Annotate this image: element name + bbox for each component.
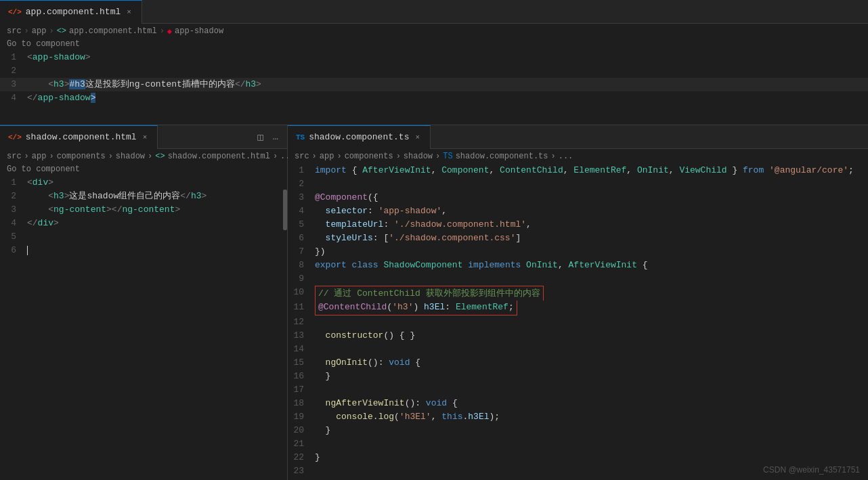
right-line-10: 10 // 通过 ContentChild 获取外部投影到组件中的内容 <box>288 286 868 301</box>
right-line-15: 15 ngOnInit(): void { <box>288 356 868 370</box>
tab-app-component-html[interactable]: </> app.component.html × <box>0 0 142 24</box>
split-editor-button[interactable]: ◫ <box>254 130 266 144</box>
right-line-11: 11 @ContentChild('h3') h3El: ElementRef; <box>288 301 868 315</box>
right-line-4: 4 selector: 'app-shadow', <box>288 204 868 218</box>
html-icon-left: </> <box>8 133 22 141</box>
panel-actions: ◫ … <box>254 130 287 144</box>
right-line-6: 6 styleUrls: ['./shadow.component.css'] <box>288 232 868 245</box>
tab-label-right: shadow.component.ts <box>309 132 409 142</box>
right-line-20: 20 } <box>288 424 868 437</box>
watermark: CSDN @weixin_43571751 <box>763 465 860 475</box>
right-line-3: 3 @Component({ <box>288 191 868 204</box>
right-line-17: 17 <box>288 383 868 397</box>
right-line-18: 18 ngAfterViewInit(): void { <box>288 397 868 410</box>
breadcrumb-src: src <box>7 26 22 36</box>
left-tab-bar: </> shadow.component.html × ◫ … <box>0 125 287 149</box>
html-icon: </> <box>8 8 22 16</box>
right-line-14: 14 <box>288 343 868 356</box>
right-line-22: 22 } <box>288 451 868 464</box>
breadcrumb-tag-icon: <> <box>57 26 66 36</box>
left-line-3: 3 <ng-content></ng-content> <box>0 203 287 217</box>
tab-label-left: shadow.component.html <box>26 132 137 142</box>
tab-label: app.component.html <box>26 7 121 17</box>
left-code-area[interactable]: 1 <div> 2 <h3>这是shadow组件自己的内容</h3> 3 <ng… <box>0 176 287 480</box>
right-line-1: 1 import { AfterViewInit, Component, Con… <box>288 164 868 177</box>
top-breadcrumb: src › app › <> app.component.html › ◆ ap… <box>0 24 868 39</box>
code-line-3: 3 <h3>#h3这是投影到ng-content插槽中的内容</h3> <box>0 78 868 91</box>
tab-close-left[interactable]: × <box>141 133 150 142</box>
top-panel: </> app.component.html × src › app › <> … <box>0 0 868 125</box>
right-line-21: 21 <box>288 437 868 451</box>
right-line-16: 16 } <box>288 370 868 383</box>
left-line-1: 1 <div> <box>0 176 287 190</box>
right-line-2: 2 <box>288 177 868 191</box>
breadcrumb-file: app.component.html <box>69 26 157 36</box>
breadcrumb-angular-icon: ◆ <box>167 26 172 37</box>
more-actions-button[interactable]: … <box>269 130 282 144</box>
ts-icon-right: TS <box>296 133 305 141</box>
right-line-8: 8 export class ShadowComponent implement… <box>288 259 868 272</box>
tab-shadow-ts[interactable]: TS shadow.component.ts × <box>288 125 431 149</box>
left-go-to-component[interactable]: Go to component <box>0 164 287 176</box>
tab-shadow-html[interactable]: </> shadow.component.html × <box>0 125 158 149</box>
right-line-12: 12 <box>288 315 868 329</box>
left-line-5: 5 <box>0 230 287 244</box>
right-tab-bar: TS shadow.component.ts × <box>288 125 868 149</box>
right-line-7: 7 }) <box>288 245 868 259</box>
right-code-area[interactable]: 1 import { AfterViewInit, Component, Con… <box>288 164 868 480</box>
top-tab-bar: </> app.component.html × <box>0 0 868 24</box>
right-line-5: 5 templateUrl: './shadow.component.html'… <box>288 218 868 232</box>
tab-close-right[interactable]: × <box>413 133 422 142</box>
code-line-1: 1 <app-shadow> <box>0 51 868 64</box>
breadcrumb-component: app-shadow <box>175 26 223 36</box>
left-line-6: 6 <box>0 244 287 257</box>
left-scrollbar[interactable] <box>283 190 287 230</box>
right-line-19: 19 console.log('h3El', this.h3El); <box>288 410 868 424</box>
top-code-area: 1 <app-shadow> 2 3 <h3>#h3这是投影到ng-conten… <box>0 51 868 125</box>
right-panel: TS shadow.component.ts × src › app › com… <box>288 125 868 480</box>
bottom-section: </> shadow.component.html × ◫ … src › ap… <box>0 125 868 480</box>
go-to-component-link[interactable]: Go to component <box>0 39 868 51</box>
left-breadcrumb: src › app › components › shadow › <> sha… <box>0 149 287 164</box>
right-line-13: 13 constructor() { } <box>288 329 868 343</box>
code-line-4: 4 </app-shadow> <box>0 91 868 105</box>
tab-close-button[interactable]: × <box>125 7 133 17</box>
left-line-4: 4 </div> <box>0 217 287 230</box>
right-line-9: 9 <box>288 272 868 286</box>
left-panel: </> shadow.component.html × ◫ … src › ap… <box>0 125 288 480</box>
breadcrumb-app: app <box>32 26 47 36</box>
code-line-2: 2 <box>0 64 868 78</box>
left-line-2: 2 <h3>这是shadow组件自己的内容</h3> <box>0 190 287 203</box>
right-breadcrumb: src › app › components › shadow › TS sha… <box>288 149 868 164</box>
